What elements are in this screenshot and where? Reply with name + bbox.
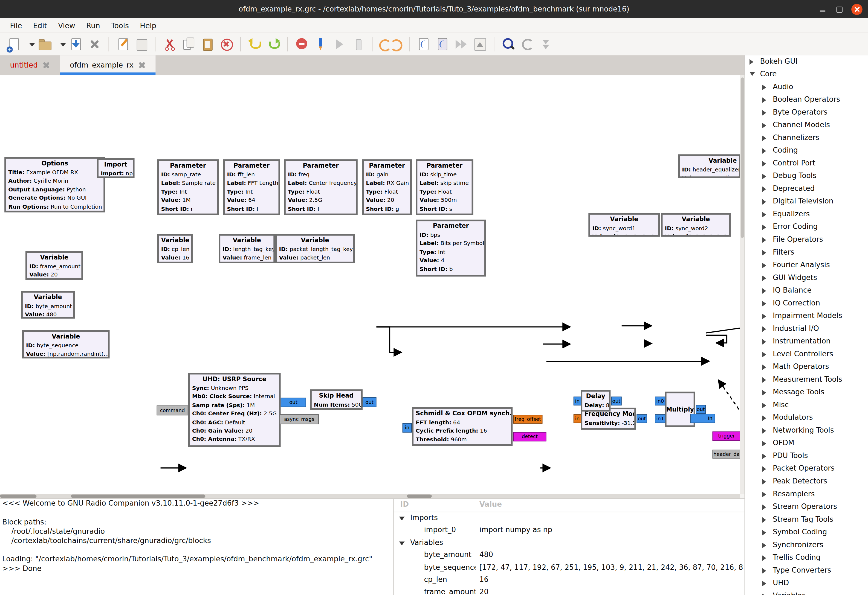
tab-close-icon[interactable] <box>43 62 50 69</box>
port-freq-offset[interactable]: freq_offset <box>513 415 542 424</box>
block-schmidl-cox[interactable]: Schmidl & Cox OFDM synch.FFT length: 64C… <box>412 407 512 446</box>
block-param-skip-time[interactable]: ParameterID: skip_timeLabel: skip stimeT… <box>416 159 473 215</box>
chevron-right-icon[interactable] <box>762 275 766 281</box>
chevron-right-icon[interactable] <box>762 403 766 408</box>
open-folder-icon[interactable] <box>37 35 53 52</box>
connect-probe2-icon[interactable] <box>434 35 451 52</box>
chevron-right-icon[interactable] <box>762 288 766 294</box>
h-scroll-thumb[interactable] <box>407 494 432 498</box>
block-var-length-tag-key[interactable]: VariableID: length_tag_keyValue: frame_l… <box>218 234 275 263</box>
port-skip-head-out[interactable]: out <box>363 397 376 407</box>
chevron-right-icon[interactable] <box>762 187 766 192</box>
chevron-right-icon[interactable] <box>762 454 766 459</box>
sidebar-item-message-tools[interactable]: Message Tools <box>745 386 868 399</box>
chevron-right-icon[interactable] <box>762 364 766 370</box>
sidebar-item-packet-operators[interactable]: Packet Operators <box>745 462 868 475</box>
sidebar-item-networking-tools[interactable]: Networking Tools <box>745 424 868 437</box>
search-icon[interactable] <box>500 35 517 52</box>
chevron-right-icon[interactable] <box>762 479 766 485</box>
chevron-right-icon[interactable] <box>762 390 766 395</box>
chevron-right-icon[interactable] <box>762 212 766 217</box>
expander-icon[interactable] <box>399 517 405 520</box>
sidebar-item-digital-television[interactable]: Digital Television <box>745 195 868 208</box>
variable-row-cp_len[interactable]: cp_len16 <box>394 574 745 586</box>
chevron-right-icon[interactable] <box>762 505 766 510</box>
chevron-right-icon[interactable] <box>762 568 766 574</box>
connect-probe-icon[interactable] <box>415 35 432 52</box>
edit-props-icon[interactable] <box>115 35 131 52</box>
title-bar[interactable]: ofdm_example_rx.grc - /cortexlab/homes/c… <box>0 0 868 18</box>
block-var-packet-length-tag-key[interactable]: VariableID: packet_length_tag_keyValue: … <box>275 234 355 263</box>
menu-tools[interactable]: Tools <box>106 20 134 31</box>
chevron-right-icon[interactable] <box>762 263 766 268</box>
port-freq-mod-out[interactable]: out <box>636 414 647 423</box>
sidebar-item-coding[interactable]: Coding <box>745 144 868 157</box>
chevron-right-icon[interactable] <box>762 301 766 306</box>
sidebar-item-modulators[interactable]: Modulators <box>745 411 868 424</box>
port-detect[interactable]: detect <box>513 432 546 441</box>
undo-icon[interactable] <box>246 35 263 52</box>
sidebar-item-filters[interactable]: Filters <box>745 246 868 259</box>
sidebar-item-symbol-coding[interactable]: Symbol Coding <box>745 526 868 539</box>
tab-close-icon[interactable] <box>139 62 146 69</box>
refresh-blocks-icon[interactable] <box>518 35 535 52</box>
menu-view[interactable]: View <box>53 20 81 31</box>
sidebar-item-iq-correction[interactable]: IQ Correction <box>745 297 868 310</box>
close-doc-icon[interactable] <box>87 35 103 52</box>
port-header-data[interactable]: header_da <box>712 450 740 458</box>
chevron-down-icon[interactable] <box>750 72 755 76</box>
tab-untitled[interactable]: untitled <box>0 55 60 75</box>
chevron-right-icon[interactable] <box>762 492 766 497</box>
block-param-samp-rate[interactable]: ParameterID: samp_rateLabel: Sample rate… <box>157 159 219 215</box>
variable-row-frame_amount[interactable]: frame_amount20 <box>394 586 745 595</box>
chevron-right-icon[interactable] <box>762 555 766 561</box>
sidebar-item-stream-tag-tools[interactable]: Stream Tag Tools <box>745 513 868 526</box>
variable-row-byte_sequence[interactable]: byte_sequence[172, 47, 117, 192, 67, 251… <box>394 562 745 574</box>
copy-icon[interactable] <box>180 35 197 52</box>
chevron-right-icon[interactable] <box>762 581 766 586</box>
chevron-right-icon[interactable] <box>762 250 766 255</box>
sidebar-item-impairment-models[interactable]: Impairment Models <box>745 310 868 323</box>
sidebar-item-error-coding[interactable]: Error Coding <box>745 221 868 234</box>
chevron-right-icon[interactable] <box>762 174 766 179</box>
port-usrp-async-msgs[interactable]: async_msgs <box>280 414 319 424</box>
port-usrp-out[interactable]: out <box>281 398 306 407</box>
block-usrp-source[interactable]: UHD: USRP SourceSync: Unknown PPSMb0: Cl… <box>188 373 281 447</box>
block-param-freq[interactable]: ParameterID: freqLabel: Center frequency… <box>284 159 358 215</box>
chevron-right-icon[interactable] <box>762 327 766 332</box>
block-var-sync-word2[interactable]: VariableID: sync_word2Value: [0, 0, 0, 0… <box>661 213 731 237</box>
sidebar-item-measurement-tools[interactable]: Measurement Tools <box>745 373 868 386</box>
sidebar-item-type-converters[interactable]: Type Converters <box>745 564 868 577</box>
block-param-bps[interactable]: ParameterID: bpsLabel: Bits per SymbolTy… <box>416 219 486 277</box>
sidebar-item-debug-tools[interactable]: Debug Tools <box>745 170 868 183</box>
sidebar-item-core[interactable]: Core <box>745 68 868 81</box>
chevron-right-icon[interactable] <box>762 224 766 230</box>
chevron-right-icon[interactable] <box>762 352 766 357</box>
redo-icon[interactable] <box>265 35 282 52</box>
sidebar-item-level-controllers[interactable]: Level Controllers <box>745 348 868 361</box>
block-import[interactable]: ImportImport: np <box>97 158 134 178</box>
chevron-right-icon[interactable] <box>762 123 766 128</box>
tree-group-variables[interactable]: Variables <box>394 537 745 549</box>
paste-icon[interactable] <box>199 35 216 52</box>
chevron-right-icon[interactable] <box>762 542 766 548</box>
block-var-byte-amount[interactable]: VariableID: byte_amountValue: 480 <box>21 291 75 318</box>
fast-forward-icon[interactable] <box>453 35 469 52</box>
chevron-right-icon[interactable] <box>762 135 766 141</box>
sidebar-item-file-operators[interactable]: File Operators <box>745 234 868 246</box>
block-var-cp-len[interactable]: VariableID: cp_lenValue: 16 <box>157 234 193 263</box>
menu-edit[interactable]: Edit <box>28 20 53 31</box>
save-icon[interactable] <box>68 35 84 52</box>
generate-icon[interactable] <box>312 35 329 52</box>
chevron-right-icon[interactable] <box>762 161 766 166</box>
sidebar-item-instrumentation[interactable]: Instrumentation <box>745 335 868 348</box>
chevron-right-icon[interactable] <box>762 530 766 535</box>
canvas-h-scrollbar[interactable] <box>0 494 740 498</box>
port-delay-in[interactable]: in <box>574 396 581 405</box>
chevron-right-icon[interactable] <box>762 339 766 345</box>
sidebar-item-channel-models[interactable]: Channel Models <box>745 119 868 132</box>
h-scroll-thumb[interactable] <box>0 494 37 498</box>
errors-icon[interactable] <box>293 35 310 52</box>
sidebar-item-equalizers[interactable]: Equalizers <box>745 208 868 221</box>
port-freq-mod-in[interactable]: in <box>574 414 581 423</box>
